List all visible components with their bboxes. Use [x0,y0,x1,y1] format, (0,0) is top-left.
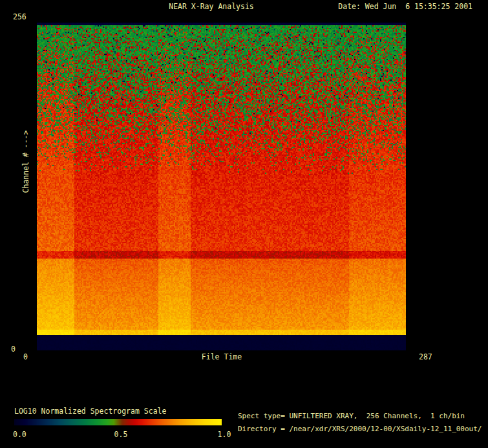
colorbar-tick-mid: 0.5 [114,431,128,439]
page-title: NEAR X-Ray Analysis [169,3,254,11]
spectrogram-heatmap [37,23,406,350]
y-axis-min-label: 0 [11,345,16,354]
xray-analysis-window: NEAR X-Ray Analysis Date: Wed Jun 6 15:3… [0,0,488,448]
x-axis-max-label: 287 [419,353,432,361]
colorbar-tick-max: 1.0 [218,431,231,439]
colorbar-title: LOG10 Normalized Spectrogram Scale [14,407,166,416]
x-axis-min-label: 0 [23,353,28,361]
colorbar-tick-min: 0.0 [13,431,27,439]
directory-line: Directory = /near/xdr/XRS/2000/12-00/XSd… [238,425,482,433]
y-axis-max-label: 256 [13,13,27,21]
date-label: Date: Wed Jun 6 15:35:25 2001 [338,3,472,11]
colorbar-gradient [14,419,222,425]
y-axis-title: Channel # ---> [22,131,30,193]
x-axis-title: File Time [202,353,242,361]
spect-type-line: Spect type= UNFILTERED XRAY, 256 Channel… [238,412,465,420]
